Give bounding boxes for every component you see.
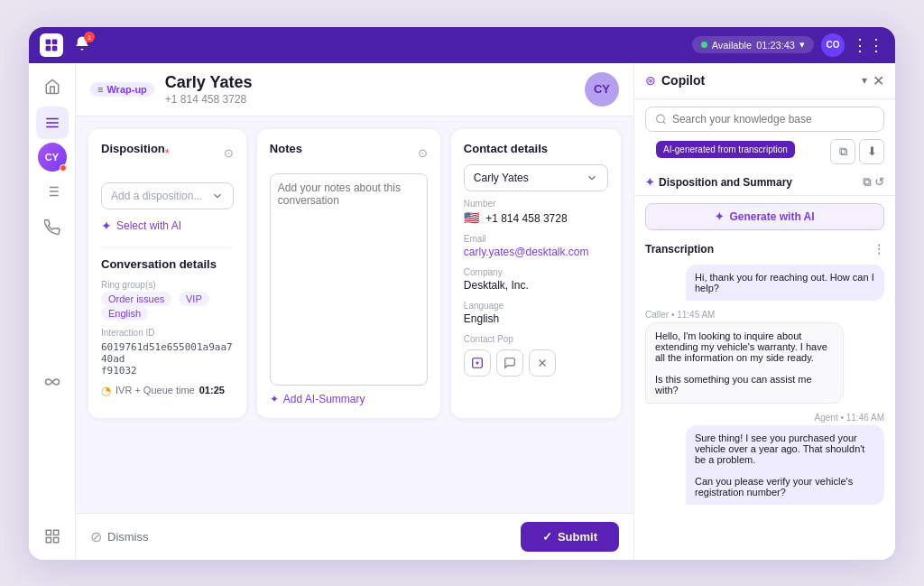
- copilot-header: ⊛ Copilot ▾ ✕: [634, 63, 895, 99]
- svg-rect-0: [46, 39, 51, 44]
- copy-small-icon[interactable]: ⧉: [863, 175, 871, 190]
- sidebar-item-grid[interactable]: [36, 520, 69, 553]
- chat-bubble-agent-1: Hi, thank you for reaching out. How can …: [645, 265, 884, 301]
- content-area: ≡ Wrap-up Carly Yates +1 814 458 3728 CY…: [76, 63, 633, 560]
- add-ai-summary-button[interactable]: ✦ Add AI-Summary: [270, 393, 428, 405]
- main-layout: CY ≡ Wrap-up: [29, 63, 895, 560]
- submit-button[interactable]: ✓ Submit: [521, 522, 619, 552]
- sparkle-icon: ✦: [645, 176, 654, 189]
- email-label: Email: [464, 234, 608, 244]
- download-icon-btn[interactable]: ⬇: [859, 139, 884, 164]
- required-star: *: [165, 146, 170, 160]
- gen-ai-icon: ✦: [715, 210, 724, 223]
- transcription-menu-icon[interactable]: ⋮: [873, 243, 884, 256]
- pop-icon-x[interactable]: [529, 349, 556, 377]
- notes-settings-icon[interactable]: ⊙: [418, 146, 428, 160]
- copilot-search-container: [645, 107, 884, 132]
- transcription-header: Transcription ⋮: [645, 243, 884, 256]
- checkmark-icon: ✓: [542, 530, 552, 544]
- sidebar: CY: [29, 63, 76, 560]
- conversation-details-title: Conversation details: [101, 257, 234, 271]
- contact-name: Carly Yates: [165, 73, 574, 92]
- caller-label-1: Caller • 11:45 AM: [645, 310, 884, 320]
- app-logo[interactable]: [40, 33, 63, 57]
- wrap-up-label: Wrap-up: [106, 84, 146, 95]
- number-value: 🇺🇸 +1 814 458 3728: [464, 210, 608, 225]
- contact-avatar-header: CY: [585, 72, 619, 107]
- notification-badge: 1: [84, 32, 95, 42]
- generate-ai-button[interactable]: ✦ Generate with AI: [645, 203, 884, 230]
- notes-textarea[interactable]: [270, 173, 428, 386]
- contact-name-dropdown[interactable]: Carly Yates: [464, 164, 608, 191]
- avatar-status-dot: [60, 164, 67, 172]
- sidebar-item-home[interactable]: [36, 70, 69, 103]
- ai-sparkle-icon: ✦: [101, 219, 112, 233]
- avatar-initials: CY: [45, 152, 59, 163]
- contact-name-value: Carly Yates: [474, 172, 529, 184]
- cards-row: Disposition * ⊙ Add a disposition... ✦ S…: [88, 129, 621, 418]
- svg-rect-15: [46, 537, 51, 542]
- svg-point-18: [657, 115, 665, 123]
- status-label: Available: [712, 40, 752, 51]
- language-label: Language: [464, 301, 608, 311]
- copilot-chevron-icon[interactable]: ▾: [862, 74, 867, 87]
- flag-icon: 🇺🇸: [464, 210, 479, 225]
- sidebar-item-phone[interactable]: [36, 211, 69, 244]
- notification-bell[interactable]: 1: [74, 35, 90, 54]
- ai-summary-icon: ✦: [270, 393, 279, 405]
- agent-status-badge[interactable]: Available 01:23:43 ▾: [692, 36, 814, 53]
- number-label: Number: [464, 199, 608, 209]
- chevron-down-icon: ▾: [799, 39, 805, 51]
- contact-info: Carly Yates +1 814 458 3728: [165, 73, 574, 106]
- sidebar-item-menu[interactable]: [36, 107, 69, 139]
- contact-header: ≡ Wrap-up Carly Yates +1 814 458 3728 CY: [76, 63, 633, 116]
- ai-summary-label: Add AI-Summary: [283, 393, 365, 405]
- disposition-summary-row: ✦ Disposition and Summary ⧉ ↺: [634, 170, 895, 196]
- svg-rect-13: [46, 530, 51, 535]
- svg-rect-14: [53, 530, 58, 535]
- agent-avatar[interactable]: CO: [821, 33, 845, 57]
- ai-select-label: Select with AI: [116, 219, 181, 232]
- copy-icon-btn[interactable]: ⧉: [830, 139, 855, 164]
- submit-label: Submit: [558, 530, 597, 544]
- pop-icon-bubble[interactable]: [496, 349, 523, 377]
- svg-rect-2: [46, 45, 51, 51]
- refresh-icon[interactable]: ↺: [874, 175, 884, 190]
- bottom-bar: ⊘ Dismiss ✓ Submit: [76, 513, 633, 560]
- disposition-summary-label: Disposition and Summary: [659, 176, 792, 189]
- svg-rect-3: [52, 45, 58, 51]
- disposition-dropdown[interactable]: Add a disposition...: [101, 182, 234, 209]
- ivr-time-value: 01:25: [199, 385, 225, 395]
- ivr-label: IVR + Queue time: [116, 385, 195, 395]
- copilot-search-input[interactable]: [672, 113, 874, 126]
- ai-select-button[interactable]: ✦ Select with AI: [101, 219, 234, 233]
- agent-timer: 01:23:43: [756, 40, 795, 51]
- email-value: carly.yates@desktalk.com: [464, 246, 608, 258]
- tag-order-issues: Order issues: [101, 292, 171, 306]
- wrap-up-icon: ≡: [97, 84, 103, 95]
- tag-vip: VIP: [179, 292, 209, 306]
- notes-card: Powered by Agent Assist Notes ⊙ ✦ Add AI…: [257, 129, 440, 418]
- agent-message-1: Hi, thank you for reaching out. How can …: [686, 265, 884, 301]
- sidebar-item-list[interactable]: [36, 175, 69, 208]
- grid-icon[interactable]: ⋮⋮: [852, 35, 884, 55]
- copilot-close-button[interactable]: ✕: [873, 72, 884, 89]
- contact-details-title: Contact details: [464, 142, 608, 155]
- copilot-panel: ⊛ Copilot ▾ ✕ AI-generated from transcri…: [633, 63, 895, 560]
- svg-rect-16: [53, 537, 58, 542]
- main-scroll: Disposition * ⊙ Add a disposition... ✦ S…: [76, 116, 633, 513]
- disposition-card: Disposition * ⊙ Add a disposition... ✦ S…: [88, 129, 246, 418]
- top-bar: 1 Available 01:23:43 ▾ CO ⋮⋮: [29, 27, 895, 63]
- ivr-clock-icon: ◔: [101, 384, 111, 397]
- svg-line-19: [663, 121, 665, 123]
- notes-title: Notes: [270, 142, 302, 155]
- sidebar-item-infinity[interactable]: [36, 366, 69, 398]
- pop-icon-t[interactable]: [464, 349, 491, 377]
- contact-avatar-sidebar[interactable]: CY: [38, 143, 67, 172]
- language-value: English: [464, 312, 608, 325]
- disposition-settings-icon[interactable]: ⊙: [224, 146, 234, 160]
- company-label: Company: [464, 267, 608, 277]
- dismiss-button[interactable]: ⊘ Dismiss: [90, 528, 149, 545]
- wrap-up-badge: ≡ Wrap-up: [90, 82, 154, 97]
- dismiss-label: Dismiss: [107, 530, 149, 544]
